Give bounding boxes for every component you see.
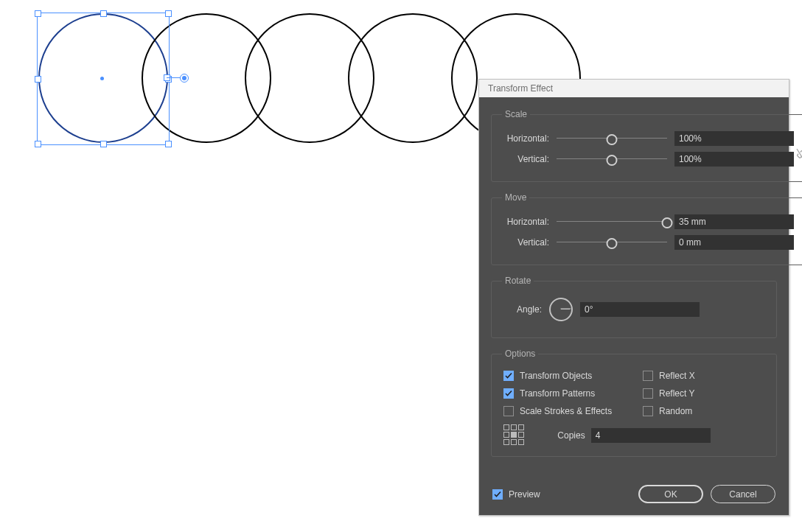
transform-effect-dialog: Transform Effect Scale Horizontal: Verti… — [478, 79, 789, 516]
resize-handle-w[interactable] — [35, 76, 41, 83]
bezier-handle-line — [167, 77, 180, 78]
resize-handle-s[interactable] — [100, 141, 107, 147]
move-legend: Move — [502, 192, 529, 203]
rotate-legend: Rotate — [502, 276, 534, 286]
move-horizontal-input[interactable] — [674, 214, 794, 229]
cancel-button[interactable]: Cancel — [711, 485, 775, 503]
move-horizontal-label: Horizontal: — [502, 217, 549, 227]
transform-objects-checkbox[interactable]: Transform Objects — [503, 371, 625, 381]
copies-label: Copies — [557, 430, 585, 441]
preview-label: Preview — [509, 489, 540, 500]
scale-strokes-label: Scale Strokes & Effects — [520, 406, 612, 416]
resize-handle-se[interactable] — [165, 141, 172, 147]
transform-patterns-label: Transform Patterns — [520, 388, 595, 399]
resize-handle-nw[interactable] — [35, 10, 41, 17]
scale-vertical-label: Vertical: — [502, 154, 549, 164]
reference-point-grid[interactable] — [503, 424, 523, 444]
scale-group: Scale Horizontal: Vertical: — [491, 109, 802, 182]
preview-checkbox[interactable]: Preview — [492, 489, 540, 500]
move-horizontal-slider[interactable] — [557, 216, 667, 228]
selection-center-point[interactable] — [100, 77, 104, 80]
canvas[interactable]: Transform Effect Scale Horizontal: Verti… — [0, 0, 802, 532]
dialog-title[interactable]: Transform Effect — [479, 80, 789, 97]
ok-button[interactable]: OK — [638, 485, 703, 503]
bezier-handle-point[interactable] — [180, 74, 189, 83]
scale-legend: Scale — [502, 109, 530, 119]
reflect-x-label: Reflect X — [659, 371, 695, 381]
move-vertical-label: Vertical: — [502, 237, 549, 248]
options-group: Options Transform Objects Reflect X Tran… — [491, 349, 777, 457]
scale-horizontal-slider[interactable] — [557, 133, 667, 144]
resize-handle-sw[interactable] — [35, 141, 41, 147]
scale-vertical-input[interactable] — [674, 152, 794, 167]
scale-vertical-slider[interactable] — [557, 153, 667, 165]
random-label: Random — [659, 406, 692, 416]
reflect-y-checkbox[interactable]: Reflect Y — [643, 388, 764, 399]
scale-horizontal-label: Horizontal: — [502, 133, 549, 144]
move-vertical-slider[interactable] — [557, 237, 667, 248]
move-vertical-input[interactable] — [674, 235, 794, 250]
options-legend: Options — [502, 349, 538, 359]
resize-handle-n[interactable] — [100, 10, 107, 17]
rotate-group: Rotate Angle: — [491, 276, 777, 338]
rotate-angle-input[interactable] — [580, 302, 700, 317]
reflect-y-label: Reflect Y — [659, 388, 694, 399]
move-group: Move Horizontal: Vertical: — [491, 192, 802, 265]
rotate-angle-label: Angle: — [517, 304, 542, 315]
scale-horizontal-input[interactable] — [674, 131, 794, 146]
copies-input[interactable] — [591, 428, 711, 443]
random-checkbox[interactable]: Random — [643, 406, 764, 416]
rotate-angle-dial[interactable] — [549, 298, 573, 321]
reflect-x-checkbox[interactable]: Reflect X — [643, 371, 764, 381]
resize-handle-ne[interactable] — [165, 10, 172, 17]
transform-objects-label: Transform Objects — [520, 371, 592, 381]
transform-patterns-checkbox[interactable]: Transform Patterns — [503, 388, 625, 399]
constrain-proportions-icon[interactable] — [795, 147, 802, 164]
scale-strokes-checkbox[interactable]: Scale Strokes & Effects — [503, 406, 625, 416]
